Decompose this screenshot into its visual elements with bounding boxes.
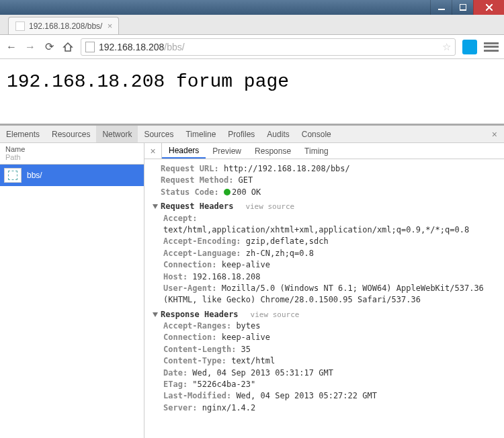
tab-network[interactable]: Network <box>96 126 138 142</box>
tab-title: 192.168.18.208/bbs/ <box>29 21 102 31</box>
column-name: Name <box>5 145 138 153</box>
status-dot-icon <box>224 189 230 195</box>
triangle-down-icon <box>153 312 158 317</box>
tab-sources[interactable]: Sources <box>138 126 179 142</box>
tab-timing[interactable]: Timing <box>298 143 335 159</box>
tab-response[interactable]: Response <box>248 143 298 159</box>
request-row[interactable]: bbs/ <box>0 165 144 186</box>
headers-content[interactable]: Request URL: http://192.168.18.208/bbs/ … <box>144 159 504 438</box>
page-icon <box>85 42 95 52</box>
tab-audits[interactable]: Audits <box>261 126 295 142</box>
window-maximize-button[interactable] <box>452 0 473 15</box>
request-details-panel: × Headers Preview Response Timing Reques… <box>144 143 504 438</box>
svg-rect-0 <box>438 9 445 10</box>
request-method-row: Request Method: GET <box>161 175 497 186</box>
column-path: Path <box>5 153 138 161</box>
svg-rect-1 <box>460 4 466 10</box>
details-tab-bar: × Headers Preview Response Timing <box>144 143 504 159</box>
file-type-icon <box>4 168 22 183</box>
tab-headers[interactable]: Headers <box>162 143 206 159</box>
reload-button[interactable]: ⟳ <box>43 41 55 53</box>
tab-console[interactable]: Console <box>296 126 337 142</box>
view-source-link[interactable]: view source <box>245 202 294 211</box>
tab-elements[interactable]: Elements <box>0 126 46 142</box>
network-request-list: Name Path bbs/ <box>0 143 144 438</box>
details-close-button[interactable]: × <box>144 143 162 159</box>
status-code-row: Status Code: 200 OK <box>161 187 497 198</box>
address-bar[interactable]: 192.168.18.208/bbs/ ☆ <box>81 38 456 56</box>
tab-preview[interactable]: Preview <box>206 143 248 159</box>
devtools-panel: Elements Resources Network Sources Timel… <box>0 124 504 438</box>
page-content: 192.168.18.208 forum page <box>0 59 504 104</box>
request-list-header[interactable]: Name Path <box>0 143 144 165</box>
request-name: bbs/ <box>27 171 42 180</box>
window-titlebar <box>0 0 504 15</box>
back-button[interactable]: ← <box>5 41 17 53</box>
tab-timeline[interactable]: Timeline <box>179 126 222 142</box>
close-tab-button[interactable]: × <box>105 21 114 31</box>
home-button[interactable] <box>62 41 74 53</box>
section-toggle[interactable]: Response Headersview source <box>153 309 497 320</box>
url-text: 192.168.18.208/bbs/ <box>99 42 185 52</box>
devtools-close-button[interactable]: × <box>485 129 504 140</box>
page-heading: 192.168.18.208 forum page <box>7 71 497 92</box>
browser-tabstrip: 192.168.18.208/bbs/ × <box>0 15 504 35</box>
view-source-link[interactable]: view source <box>251 310 300 319</box>
triangle-down-icon <box>153 204 158 209</box>
forward-button[interactable]: → <box>24 41 36 53</box>
page-icon <box>15 21 25 31</box>
window-minimize-button[interactable] <box>430 0 452 15</box>
browser-toolbar: ← → ⟳ 192.168.18.208/bbs/ ☆ <box>0 35 504 59</box>
window-close-button[interactable] <box>473 0 504 15</box>
browser-tab[interactable]: 192.168.18.208/bbs/ × <box>8 17 119 34</box>
section-toggle[interactable]: Request Headersview source <box>153 201 497 212</box>
request-url-row: Request URL: http://192.168.18.208/bbs/ <box>161 163 497 175</box>
extension-button[interactable] <box>462 40 477 54</box>
menu-button[interactable] <box>484 41 499 53</box>
response-headers-section: Response Headersview source Accept-Range… <box>161 309 497 414</box>
tab-resources[interactable]: Resources <box>46 126 96 142</box>
devtools-tab-bar: Elements Resources Network Sources Timel… <box>0 126 504 143</box>
tab-profiles[interactable]: Profiles <box>222 126 261 142</box>
bookmark-icon[interactable]: ☆ <box>442 41 451 53</box>
request-headers-section: Request Headersview source Accept: text/… <box>161 201 497 306</box>
